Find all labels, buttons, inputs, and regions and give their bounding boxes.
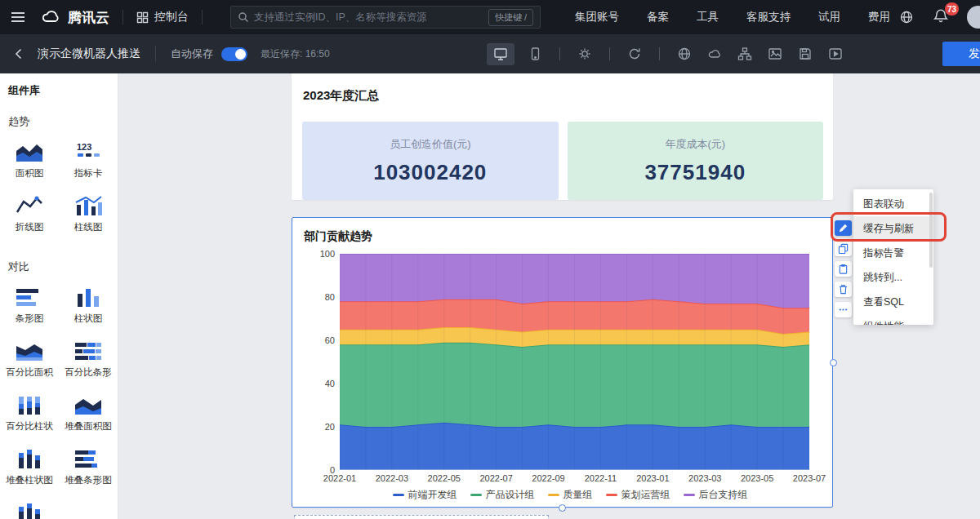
topnav-item[interactable]: 备案 — [647, 10, 669, 24]
widget-toolbar — [835, 220, 852, 317]
logo-text: 腾讯云 — [68, 8, 109, 27]
play-video-icon[interactable] — [826, 44, 845, 64]
context-menu-item[interactable]: 查看SQL — [853, 290, 933, 314]
tencent-cloud-logo[interactable]: 腾讯云 — [41, 8, 109, 27]
notifications-bell-icon[interactable]: 73 — [933, 8, 951, 26]
publish-button[interactable]: 发布 — [942, 42, 980, 66]
legend-item[interactable]: 产品设计组 — [470, 488, 535, 502]
save-icon[interactable] — [795, 44, 815, 64]
sidebar-item-svbar[interactable]: 堆叠柱状图 — [0, 442, 59, 496]
image-frame-icon[interactable] — [765, 44, 785, 64]
settings-gear-icon[interactable] — [575, 44, 595, 64]
context-menu-item[interactable]: 指标告警 — [853, 241, 933, 265]
pvbar-chart-icon — [15, 393, 44, 416]
dashboard-title: 演示企微机器人推送 — [38, 47, 140, 61]
sidebar-item-area[interactable]: 面积图 — [0, 135, 59, 189]
legend-item[interactable]: 策划运营组 — [606, 488, 670, 502]
metric-row: 员工创造价值(元)103002420年度成本(元)37751940 — [292, 122, 833, 200]
line-chart-icon — [15, 194, 44, 217]
widget-context-menu: 图表联动缓存与刷新指标告警跳转到...查看SQL组件性能 — [853, 189, 933, 325]
intl-globe-icon[interactable] — [897, 7, 916, 27]
summary-widget[interactable]: 2023年度汇总 员工创造价值(元)103002420年度成本(元)377519… — [292, 73, 833, 200]
console-link[interactable]: 控制台 — [136, 10, 189, 24]
datasource-flow-icon[interactable] — [735, 44, 755, 64]
sidebar-item-line[interactable]: 折线图 — [0, 189, 59, 243]
legend-item[interactable]: 质量组 — [548, 488, 593, 502]
sidebar-item-vbar[interactable]: 柱状图 — [59, 281, 118, 335]
x-axis-label: 2022-09 — [532, 473, 564, 483]
clipboard-icon[interactable] — [835, 261, 852, 277]
topbar-right: 73 — [897, 6, 980, 29]
x-axis-label: 2022-11 — [585, 473, 617, 483]
legend-swatch — [684, 494, 695, 496]
x-axis-label: 2023-07 — [793, 473, 826, 483]
panel-title: 组件库 — [0, 73, 118, 98]
y-axis-label: 60 — [309, 335, 335, 345]
sidebar-item-parea[interactable]: 百分比面积 — [0, 335, 59, 388]
sidebar-item-hbar[interactable]: 条形图 — [0, 281, 59, 335]
next-widget-partial[interactable] — [294, 515, 549, 519]
x-axis-label: 2023-01 — [636, 473, 669, 483]
trend-chart-widget[interactable]: 部门贡献趋势 020406080100 2022-012022-032022-0… — [292, 217, 833, 508]
context-menu-scrollbar[interactable] — [929, 193, 933, 268]
legend-item[interactable]: 后台支持组 — [684, 488, 748, 502]
top-nav-bar: 腾讯云 控制台 快捷键 / 集团账号备案工具客服支持试用费用 — [0, 0, 980, 34]
resize-handle-right[interactable] — [830, 359, 837, 366]
metric-value: 37751940 — [644, 160, 746, 185]
barline-chart-icon — [74, 194, 103, 217]
area-chart-icon — [15, 140, 44, 163]
y-axis-label: 80 — [309, 292, 335, 302]
copy-icon[interactable] — [835, 241, 852, 256]
divider — [202, 10, 203, 24]
kpi-chart-icon: 123 — [74, 140, 103, 163]
menu-hamburger-icon[interactable] — [0, 0, 36, 34]
sidebar-item-partial[interactable] — [0, 496, 59, 519]
sidebar-item-pvbar[interactable]: 百分比柱状 — [0, 388, 59, 442]
sidebar-item-shbar[interactable]: 堆叠条形图 — [59, 442, 118, 496]
mobile-view-button[interactable] — [525, 44, 545, 64]
hbar-chart-icon — [15, 286, 44, 308]
last-saved-text: 最近保存: 16:50 — [261, 47, 330, 61]
shortcut-badge: 快捷键 / — [488, 9, 533, 26]
context-menu-item[interactable]: 缓存与刷新 — [853, 216, 933, 241]
x-axis-label: 2023-05 — [741, 473, 773, 483]
delete-trash-icon[interactable] — [835, 282, 852, 297]
parea-chart-icon — [15, 339, 44, 362]
cloud-icon[interactable] — [705, 44, 724, 64]
summary-title: 2023年度汇总 — [292, 73, 833, 104]
top-menu: 集团账号备案工具客服支持试用费用 — [575, 10, 890, 24]
y-axis-label: 100 — [309, 249, 335, 259]
desktop-view-button[interactable] — [487, 43, 514, 65]
sidebar-item-kpi[interactable]: 123指标卡 — [59, 135, 118, 189]
topnav-item[interactable]: 试用 — [818, 10, 840, 24]
theme-globe-icon[interactable] — [675, 44, 694, 64]
search-input[interactable] — [254, 11, 488, 23]
sidebar-item-barline[interactable]: 柱线图 — [59, 189, 118, 243]
svbar-chart-icon — [15, 447, 44, 470]
context-menu-item[interactable]: 组件性能 — [853, 314, 933, 325]
refresh-icon[interactable] — [625, 44, 644, 64]
context-menu-item[interactable]: 跳转到... — [853, 265, 933, 290]
svg-text:123: 123 — [77, 142, 91, 152]
legend-item[interactable]: 前端开发组 — [393, 488, 457, 502]
edit-pencil-icon[interactable] — [835, 220, 852, 236]
user-avatar[interactable] — [967, 6, 980, 29]
dashboard-canvas[interactable]: 2023年度汇总 员工创造价值(元)103002420年度成本(元)377519… — [118, 73, 980, 519]
topnav-item[interactable]: 客服支持 — [746, 10, 791, 24]
x-axis-label: 2022-07 — [479, 473, 512, 483]
more-ellipsis-icon[interactable] — [835, 302, 852, 317]
context-menu-item[interactable]: 图表联动 — [853, 192, 933, 216]
sidebar-item-phbar[interactable]: 百分比条形 — [59, 335, 118, 388]
sidebar-item-sarea[interactable]: 堆叠面积图 — [59, 388, 118, 442]
resource-search[interactable]: 快捷键 / — [230, 6, 541, 29]
metric-label: 员工创造价值(元) — [390, 137, 471, 152]
resize-handle-bottom[interactable] — [559, 504, 566, 512]
topnav-item[interactable]: 费用 — [868, 10, 890, 24]
metric-label: 年度成本(元) — [665, 137, 725, 152]
back-arrow-icon[interactable] — [0, 34, 38, 73]
topnav-item[interactable]: 工具 — [697, 10, 719, 24]
autosave-toggle[interactable] — [221, 47, 247, 61]
topnav-item[interactable]: 集团账号 — [575, 10, 619, 24]
metric-box: 员工创造价值(元)103002420 — [302, 122, 559, 200]
metric-value: 103002420 — [373, 160, 487, 185]
